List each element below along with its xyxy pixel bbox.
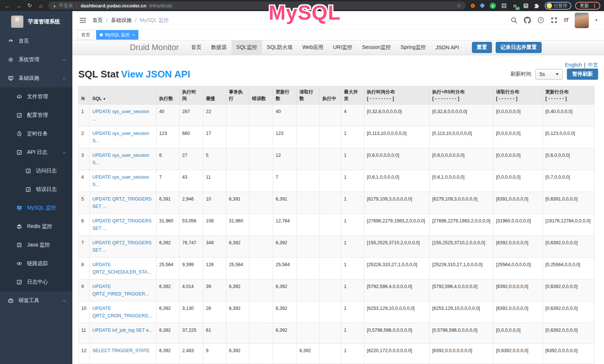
druid-nav-item[interactable]: 数据源 <box>206 40 232 55</box>
bookmark-star-icon[interactable]: ☆ <box>456 3 461 9</box>
sidebar-item-label: 文件管理 <box>27 93 48 100</box>
sidebar-item-job[interactable]: 定时任务 <box>0 125 72 143</box>
druid-nav-item[interactable]: SQL监控 <box>232 40 262 55</box>
user-avatar[interactable] <box>575 13 589 28</box>
sidebar-item-system[interactable]: 系统管理 <box>0 50 72 69</box>
druid-nav-item[interactable]: URI监控 <box>328 40 357 55</box>
breadcrumb-item[interactable]: 基础设施 <box>111 17 132 24</box>
sidebar-item-error-log[interactable]: 错误日志 <box>0 180 72 199</box>
table-header-cell[interactable]: 最大并发 <box>341 86 364 104</box>
sidebar-item-infra[interactable]: 基础设施 <box>0 69 72 87</box>
back-icon[interactable]: ← <box>4 3 11 9</box>
table-header-cell[interactable]: 执行+RS时分布[ - - - - - - - - ] <box>430 86 493 104</box>
column-label: 错误数 <box>252 95 270 102</box>
reset-button[interactable]: 重置 <box>472 42 492 53</box>
sql-link[interactable]: UPDATE QRTZ_TRIGGERS SET ... <box>92 240 151 253</box>
sidebar-item-home[interactable]: 首页 <box>0 32 72 50</box>
extension-list-icon[interactable]: on <box>512 3 518 8</box>
sql-link[interactable]: UPDATE sys_user_session S... <box>92 153 149 165</box>
table-cell: UPDATE QRTZ_CRON_TRIGGERS... <box>90 301 157 323</box>
sidebar-item-api-log[interactable]: API 日志 <box>0 143 72 162</box>
forward-icon[interactable]: → <box>15 3 22 9</box>
druid-nav-item[interactable]: SQL防火墙 <box>262 40 298 55</box>
sql-link[interactable]: UPDATE QRTZ_SCHEDULER_STA... <box>92 262 151 275</box>
druid-nav-item[interactable]: 首页 <box>186 40 206 55</box>
sidebar-item-tracer[interactable]: 链路追踪 <box>0 254 72 273</box>
sql-link[interactable]: UPDATE QRTZ_TRIGGERS SET ... <box>92 196 151 209</box>
sql-link[interactable]: UPDATE sys_user_session ... <box>92 109 149 122</box>
log-and-reset-button[interactable]: 记录日志并重置 <box>496 42 542 53</box>
sql-link[interactable]: UPDATE inf_job_log SET e... <box>92 328 152 333</box>
table-cell <box>297 126 320 148</box>
view-json-api-link[interactable]: View JSON API <box>121 69 190 80</box>
table-row: 7UPDATE QRTZ_TRIGGERS SET ...6,39276,747… <box>79 236 594 258</box>
table-header-cell[interactable]: N <box>79 86 90 104</box>
table-header-cell[interactable]: SQL▼ <box>90 86 157 104</box>
druid-nav-item[interactable]: JSON API <box>431 40 464 55</box>
sql-link[interactable]: UPDATE sys_user_session S... <box>92 175 149 187</box>
table-cell: [6392,0,0,0,0,0] <box>493 279 543 301</box>
table-header-cell[interactable]: 更新行分布[ - - - - - - ] <box>543 86 594 104</box>
extensions-puzzle-icon[interactable] <box>534 3 539 9</box>
table-header-cell[interactable]: 最慢 <box>203 86 226 104</box>
tab-mysql-monitor[interactable]: MySQL 监控× <box>96 30 138 40</box>
sql-link[interactable]: UPDATE QRTZ_TRIGGERS SET ... <box>92 218 151 231</box>
lang-chinese-link[interactable]: 中文 <box>588 62 598 69</box>
druid-nav-item[interactable]: Spring监控 <box>396 40 431 55</box>
extension-grid-icon[interactable] <box>502 3 506 8</box>
druid-nav-item[interactable]: Web应用 <box>298 40 328 55</box>
sql-link[interactable]: UPDATE QRTZ_FIRED_TRIGGER... <box>92 284 149 297</box>
url-bar[interactable]: ▲ 不安全 dashboard.yudao.iocoder.cn/infra/d… <box>48 1 466 10</box>
sidebar-item-dev-tools[interactable]: 研发工具 <box>0 291 72 310</box>
druid-nav-item[interactable]: Session监控 <box>357 40 396 55</box>
search-icon[interactable] <box>511 17 518 24</box>
menu-kebab-icon[interactable]: ⋮ <box>592 3 597 9</box>
fullscreen-icon[interactable] <box>551 17 558 24</box>
pause-refresh-button[interactable]: 暂停刷新 <box>567 69 598 80</box>
table-header-cell[interactable]: 执行时间 <box>180 86 203 104</box>
sidebar-item-redis-monitor[interactable]: Redis 监控 <box>0 217 72 236</box>
table-cell <box>320 279 341 301</box>
breadcrumb-item[interactable]: 首页 <box>92 17 103 24</box>
tab-home[interactable]: 首页 <box>78 30 94 40</box>
druid-navbar: Druid Monitor 首页数据源SQL监控SQL防火墙Web应用URI监控… <box>72 40 604 55</box>
url-path: /infra/druid <box>149 3 171 9</box>
sidebar-item-mysql-monitor[interactable]: MySQL 监控 <box>0 199 72 217</box>
help-icon[interactable]: ? <box>537 17 544 24</box>
table-header-cell[interactable]: 执行中 <box>320 86 341 104</box>
table-header-cell[interactable]: 读取行数 <box>297 86 320 104</box>
refresh-interval-select[interactable]: 5s <box>535 69 563 80</box>
chevron-down-icon[interactable]: ▾ <box>595 18 597 23</box>
reload-icon[interactable]: ↻ <box>26 2 33 9</box>
extension-y-icon[interactable]: y <box>490 3 496 9</box>
close-icon[interactable]: × <box>132 33 135 37</box>
lang-english-link[interactable]: English <box>565 62 582 69</box>
table-header-cell[interactable]: 更新行数 <box>273 86 297 104</box>
chrome-update-button[interactable]: 更新 ⋮ <box>575 2 600 10</box>
sidebar-item-log-center[interactable]: 日志中心 <box>0 273 72 291</box>
extension-gem-icon[interactable] <box>480 3 485 8</box>
sql-link[interactable]: UPDATE QRTZ_CRON_TRIGGERS... <box>92 306 152 318</box>
sidebar-item-config[interactable]: 配置管理 <box>0 106 72 125</box>
hamburger-icon[interactable] <box>79 17 86 24</box>
extension-person-icon[interactable] <box>523 3 528 8</box>
table-cell: [0,6391,0,0,0,0] <box>543 192 594 214</box>
sidebar-item-file[interactable]: 文件管理 <box>0 87 72 106</box>
table-header-cell[interactable]: 事务执行 <box>226 86 249 104</box>
table-header-cell[interactable]: 读取行分布[ - - - - - - ] <box>493 86 543 104</box>
home-icon[interactable]: ⌂ <box>37 3 45 9</box>
profile-paused-badge[interactable]: 已暂停 <box>545 2 571 10</box>
font-size-icon[interactable]: tT <box>564 17 568 24</box>
sidebar-item-java-monitor[interactable]: Java 监控 <box>0 236 72 254</box>
extension-ring-icon[interactable] <box>471 4 475 8</box>
table-header-cell[interactable]: 执行数 <box>157 86 180 104</box>
table-header-cell[interactable]: 错误数 <box>249 86 273 104</box>
sql-link[interactable]: SELECT TRIGGER_STATE <box>92 348 150 353</box>
sidebar-item-access-log[interactable]: 访问日志 <box>0 162 72 180</box>
table-cell <box>273 344 297 364</box>
table-header-cell[interactable]: 执行时间分布[ - - - - - - - - ] <box>364 86 430 104</box>
sql-link[interactable]: UPDATE sys_user_session S... <box>92 131 149 143</box>
table-cell: [155,2525,3710,2,0,0,0,0] <box>364 236 430 258</box>
table-cell <box>249 344 273 364</box>
github-icon[interactable] <box>524 17 531 24</box>
